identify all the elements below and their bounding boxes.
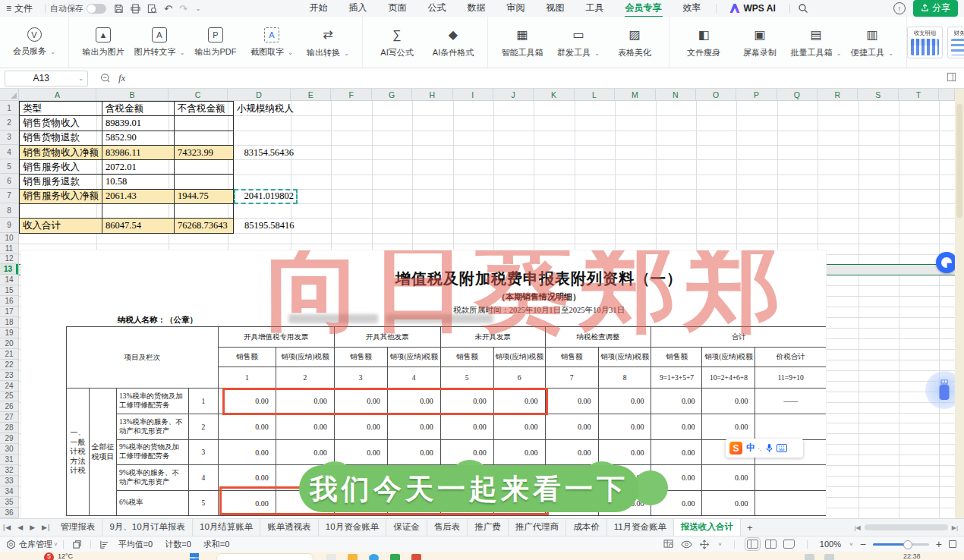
cell-B1[interactable]: 含税金额: [102, 102, 175, 116]
row-header-10[interactable]: 10: [0, 233, 18, 244]
cell-C8[interactable]: [175, 204, 234, 219]
print-icon[interactable]: [131, 4, 140, 14]
zoom-slider[interactable]: [873, 543, 929, 546]
column-header-Q[interactable]: Q: [777, 89, 818, 101]
cell-A4[interactable]: 销售货物收入净额: [20, 145, 102, 159]
windows-start-icon[interactable]: [190, 553, 199, 560]
mode-dropdown-icon[interactable]: ˅: [54, 541, 58, 548]
row-header-2[interactable]: 2: [0, 115, 18, 130]
hscroll-right-icon[interactable]: ▶|: [952, 524, 958, 531]
cell-D8[interactable]: [234, 204, 298, 219]
cell-A8[interactable]: [20, 204, 102, 219]
menu-tab-数据[interactable]: 数据: [458, 0, 496, 17]
sheet-tab-管理报表[interactable]: 管理报表: [53, 519, 102, 536]
cell-A9[interactable]: 收入合计: [20, 219, 102, 233]
sheet-tab-账单透视表[interactable]: 账单透视表: [260, 519, 319, 536]
row-header-8[interactable]: 8: [0, 203, 18, 218]
row-header-28[interactable]: 28: [0, 423, 18, 433]
sheet-tab-11月资金账单[interactable]: 11月资金账单: [607, 519, 674, 536]
cell-B5[interactable]: 2072.01: [102, 160, 175, 175]
move-tool-icon[interactable]: [699, 540, 710, 549]
zoom-out-button[interactable]: −: [860, 538, 866, 550]
cell-C1[interactable]: 不含税金额: [175, 102, 234, 116]
row-header-17[interactable]: 17: [0, 307, 18, 317]
row-header-6[interactable]: 6: [0, 174, 18, 188]
zoom-in-button[interactable]: +: [936, 538, 942, 550]
autosave-toggle[interactable]: [87, 4, 106, 14]
taskbar-clock[interactable]: 22:38: [903, 552, 921, 560]
ribbon-button-便捷工具[interactable]: ▥便捷工具 ⌄: [844, 24, 900, 61]
row-header-5[interactable]: 5: [0, 159, 18, 174]
row-header-19[interactable]: 19: [0, 328, 18, 338]
cell-D3[interactable]: [234, 131, 298, 145]
column-header-N[interactable]: N: [656, 89, 696, 101]
cell-A5[interactable]: 销售服务收入: [20, 160, 102, 175]
cell-C5[interactable]: [175, 160, 234, 175]
row-header-3[interactable]: 3: [0, 131, 18, 145]
ribbon-button-AI条件格式[interactable]: ◆AI条件格式: [425, 24, 481, 61]
page-layout-view-button[interactable]: [765, 540, 777, 549]
ribbon-button-输出转换[interactable]: ⇄输出转换 ⌄: [300, 24, 356, 61]
menu-tab-视图[interactable]: 视图: [537, 0, 575, 17]
taskbar-app-icon[interactable]: [326, 554, 336, 560]
zoom-level[interactable]: 100%: [820, 540, 841, 549]
save-icon[interactable]: [114, 4, 124, 14]
template-card-财务系统[interactable]: 财务系统: [947, 27, 964, 58]
column-header-M[interactable]: M: [615, 89, 655, 101]
ribbon-button-表格美化[interactable]: ▨表格美化: [606, 24, 663, 61]
ribbon-button-智能工具箱[interactable]: ▦智能工具箱: [494, 24, 550, 61]
row-header-4[interactable]: 4: [0, 145, 18, 159]
column-header-E[interactable]: E: [291, 89, 331, 101]
file-menu[interactable]: ≡ 文件: [0, 2, 40, 15]
ribbon-button-群发工具[interactable]: ▭群发工具 ⌄: [550, 24, 606, 61]
undo-icon[interactable]: ↶: [164, 3, 172, 14]
search-icon[interactable]: [798, 3, 808, 14]
ribbon-button-文件瘦身[interactable]: ◧文件瘦身: [676, 24, 732, 61]
wps-ai-tab[interactable]: WPS AI: [721, 3, 785, 14]
cell-A3[interactable]: 销售货物退款: [20, 131, 102, 145]
formula-search-icon[interactable]: [100, 73, 111, 83]
menu-tab-会员专享[interactable]: 会员专享: [616, 0, 672, 17]
row-header-33[interactable]: 33: [0, 476, 18, 486]
table-tools-icon[interactable]: [663, 540, 674, 549]
column-header-G[interactable]: G: [372, 89, 412, 101]
row-header-26[interactable]: 26: [0, 401, 18, 412]
hscroll-left-icon[interactable]: |◀: [855, 524, 861, 531]
sheet-tab-推广代理商[interactable]: 推广代理商: [509, 519, 567, 536]
cell-A6[interactable]: 销售服务退款: [20, 175, 102, 189]
sheet-tab-推广费[interactable]: 推广费: [468, 519, 509, 536]
row-header-30[interactable]: 30: [0, 444, 18, 455]
cell-A7[interactable]: 销售服务收入净额: [20, 189, 102, 203]
column-header-K[interactable]: K: [534, 89, 574, 101]
cell-A2[interactable]: 销售货物收入: [20, 116, 102, 131]
usb-widget[interactable]: [925, 371, 955, 409]
mode-label[interactable]: 仓库管理: [19, 539, 52, 550]
microphone-icon[interactable]: [766, 443, 773, 453]
row-header-1[interactable]: 1: [0, 101, 18, 115]
next-sheet-icon[interactable]: ▶: [27, 524, 39, 531]
keyboard-icon[interactable]: [777, 444, 787, 452]
windows-taskbar[interactable]: 5 12°C 22:38: [0, 552, 964, 560]
column-header-partial[interactable]: [939, 89, 955, 101]
menu-tab-审阅[interactable]: 审阅: [497, 0, 535, 17]
column-header-D[interactable]: D: [228, 89, 291, 101]
redo-icon[interactable]: ↷: [179, 3, 187, 14]
outline-icon[interactable]: [99, 540, 109, 549]
row-header-23[interactable]: 23: [0, 370, 18, 381]
prev-sheet-icon[interactable]: ◀: [14, 524, 27, 531]
upgrade-icon[interactable]: ↑: [893, 2, 906, 14]
row-header-31[interactable]: 31: [0, 455, 18, 465]
column-header-O[interactable]: O: [696, 89, 736, 101]
row-header-34[interactable]: 34: [0, 486, 18, 497]
print-preview-icon[interactable]: [147, 4, 157, 14]
row-header-27[interactable]: 27: [0, 412, 18, 423]
weather-temperature[interactable]: 12°C: [58, 552, 73, 560]
quick-access-dropdown-icon[interactable]: ⌄: [196, 5, 201, 12]
column-header-I[interactable]: I: [453, 89, 493, 101]
cell-B9[interactable]: 86047.54: [102, 219, 175, 233]
row-header-18[interactable]: 18: [0, 317, 18, 328]
taskbar-search[interactable]: [216, 553, 313, 560]
cell-C9[interactable]: 76268.73643: [175, 219, 234, 233]
page-break-view-button[interactable]: [783, 540, 795, 549]
sheet-tab-10月资金账单[interactable]: 10月资金账单: [319, 519, 386, 536]
